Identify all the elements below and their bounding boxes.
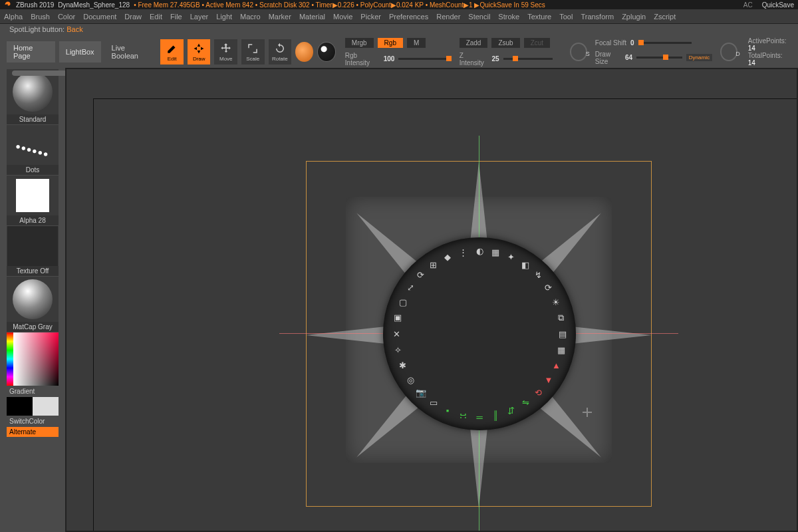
zcut-toggle[interactable]: Zcut	[524, 38, 550, 48]
delete-icon[interactable]: ✕	[390, 327, 403, 340]
s-gauge-icon[interactable]	[570, 43, 587, 61]
fill-icon[interactable]: ▤	[556, 327, 569, 340]
grid-icon[interactable]: ▦	[555, 343, 568, 356]
layer-down-icon[interactable]: ▼	[542, 373, 555, 386]
back-icon[interactable]: ▢	[396, 295, 410, 309]
pin-icon[interactable]: ✱	[396, 359, 410, 372]
brush-slot[interactable]: Standard	[7, 69, 59, 124]
draw-mode-button[interactable]: Draw	[188, 39, 211, 65]
flip-h-icon[interactable]: ⇋	[519, 396, 532, 410]
gradient-label[interactable]: Gradient	[7, 386, 59, 396]
menu-material[interactable]: Material	[299, 13, 325, 21]
menu-transform[interactable]: Transform	[581, 13, 614, 21]
hue-icon[interactable]: ⟳	[542, 281, 555, 295]
layer-up-icon[interactable]: ▲	[549, 359, 563, 372]
menu-color[interactable]: Color	[58, 13, 75, 21]
menu-movie[interactable]: Movie	[333, 13, 352, 21]
menu-zplugin[interactable]: Zplugin	[622, 13, 646, 21]
viewport[interactable]: ◐▦✦◧↯⟳☀⧉▤▦▲▼⟲⇋⇵║═∺▪▭📷◎✱✧✕▣▢⤢⟳⊞◆⋮	[65, 68, 798, 532]
material-label: MatCap Gray	[7, 322, 59, 332]
title-bar: ZBrush 2019 DynaMesh_Sphere_128 • Free M…	[0, 0, 798, 9]
tray-scrollbar[interactable]	[12, 70, 72, 76]
swatch-main[interactable]	[7, 397, 33, 416]
flip-v-icon[interactable]: ⇵	[505, 404, 518, 417]
spotlight-dial[interactable]: ◐▦✦◧↯⟳☀⧉▤▦▲▼⟲⇋⇵║═∺▪▭📷◎✱✧✕▣▢⤢⟳⊞◆⋮	[383, 237, 576, 430]
menu-picker[interactable]: Picker	[360, 13, 381, 21]
hue-strip[interactable]	[7, 332, 13, 386]
contrast-icon[interactable]: ◧	[519, 258, 532, 271]
menu-zscript[interactable]: Zscript	[654, 13, 676, 21]
menu-macro[interactable]: Macro	[240, 13, 261, 21]
tile-selected-icon[interactable]: ▪	[441, 404, 454, 417]
draw-size-slider[interactable]	[636, 57, 682, 59]
stroke-slot[interactable]: Dots	[7, 125, 59, 175]
extra1-icon[interactable]: ◆	[441, 251, 454, 264]
switchcolor-button[interactable]: SwitchColor	[7, 416, 59, 426]
d-gauge-icon[interactable]	[720, 43, 737, 61]
menu-alpha[interactable]: Alpha	[4, 13, 23, 21]
front-icon[interactable]: ▣	[391, 311, 404, 325]
sv-gradient[interactable]	[13, 332, 59, 386]
rgb-intensity-slider[interactable]	[398, 58, 446, 60]
menu-light[interactable]: Light	[216, 13, 232, 21]
lightbox-button[interactable]: LightBox	[59, 41, 101, 63]
active-color-swatch[interactable]	[295, 42, 313, 62]
tile-v-icon[interactable]: ═	[473, 410, 486, 424]
focal-shift-slider[interactable]	[638, 42, 692, 44]
tile-prop-icon[interactable]: ⊞	[427, 258, 440, 271]
scale-icon[interactable]: ⤢	[404, 281, 417, 295]
restore-icon[interactable]: ⟲	[531, 386, 545, 399]
z-intensity-label: Z Intensity	[460, 52, 488, 66]
menu-stroke[interactable]: Stroke	[498, 13, 519, 21]
color-picker[interactable]	[7, 332, 59, 386]
zadd-toggle[interactable]: Zadd	[460, 38, 488, 48]
scale-label: Scale	[246, 56, 259, 62]
app-name: ZBrush 2019	[16, 1, 54, 9]
tile-unified-icon[interactable]: ∺	[457, 409, 470, 422]
snapshot-icon[interactable]: 📷	[414, 386, 428, 399]
menu-layer[interactable]: Layer	[190, 13, 209, 21]
extra2-icon[interactable]: ⋮	[457, 245, 470, 259]
opacity-icon[interactable]: ◐	[473, 244, 486, 257]
mrgb-toggle[interactable]: Mrgb	[345, 38, 374, 48]
tile-h-icon[interactable]: ║	[489, 409, 502, 422]
nudge-icon[interactable]: ✧	[391, 343, 404, 356]
menu-document[interactable]: Document	[83, 13, 116, 21]
alternate-button[interactable]: Alternate	[7, 427, 59, 437]
material-slot[interactable]: MatCap Gray	[7, 277, 59, 332]
menu-draw[interactable]: Draw	[124, 13, 142, 21]
paint-icon[interactable]: ▦	[489, 245, 502, 259]
rgb-toggle[interactable]: Rgb	[378, 38, 403, 48]
menu-stencil[interactable]: Stencil	[468, 13, 490, 21]
menu-render[interactable]: Render	[436, 13, 460, 21]
z-intensity-slider[interactable]	[503, 58, 553, 60]
material-ball-icon[interactable]	[317, 42, 335, 62]
smudge-icon[interactable]: ✦	[505, 251, 518, 264]
saturation-icon[interactable]: ↯	[531, 269, 545, 282]
intensity-icon[interactable]: ☀	[549, 295, 563, 309]
menu-tool[interactable]: Tool	[559, 13, 573, 21]
frame-icon[interactable]: ▭	[427, 396, 440, 410]
m-toggle[interactable]: M	[407, 38, 426, 48]
menu-marker[interactable]: Marker	[269, 13, 291, 21]
dynamic-toggle[interactable]: Dynamic	[686, 54, 712, 61]
move-mode-button[interactable]: Move	[214, 39, 237, 65]
menu-preferences[interactable]: Preferences	[389, 13, 428, 21]
spotlight-icon[interactable]: ◎	[404, 373, 417, 386]
rotate-icon[interactable]: ⟳	[414, 269, 428, 282]
scale-mode-button[interactable]: Scale	[241, 39, 265, 65]
clone-icon[interactable]: ⧉	[555, 311, 568, 325]
menu-file[interactable]: File	[170, 13, 182, 21]
edit-mode-button[interactable]: Edit	[160, 39, 184, 65]
rotate-mode-button[interactable]: Rotate	[269, 39, 292, 65]
alpha-slot[interactable]: Alpha 28	[7, 176, 59, 225]
live-boolean-button[interactable]: Live Boolean	[105, 44, 157, 60]
quicksave-button[interactable]: QuickSave	[762, 1, 794, 9]
menu-brush[interactable]: Brush	[31, 13, 50, 21]
home-page-button[interactable]: Home Page	[7, 41, 55, 63]
menu-texture[interactable]: Texture	[527, 13, 551, 21]
swatch-secondary[interactable]	[33, 397, 59, 416]
texture-slot[interactable]: Texture Off	[7, 226, 59, 276]
zsub-toggle[interactable]: Zsub	[491, 38, 519, 48]
menu-edit[interactable]: Edit	[150, 13, 162, 21]
